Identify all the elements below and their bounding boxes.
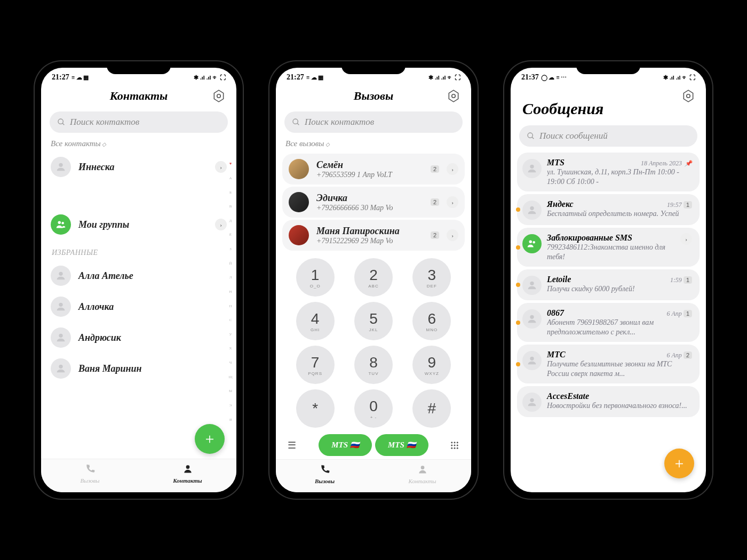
svg-point-2 (58, 119, 63, 124)
bottom-tabs: Вызовы Контакты (276, 459, 471, 492)
alpha-scrollbar[interactable]: ♥АБВДЁЗЙЛНПСУХЧЩЫЭЯ (227, 157, 234, 427)
svg-point-25 (420, 466, 424, 469)
home-indicator[interactable] (107, 493, 171, 495)
avatar-icon (522, 393, 542, 412)
search-input[interactable]: Поиск сообщений (519, 125, 697, 147)
tab-calls[interactable]: Вызовы (276, 460, 374, 492)
call-row[interactable]: Семён+796553599 1 Апр VoLT 2 › (282, 154, 465, 185)
search-input[interactable]: Поиск контактов (50, 111, 228, 133)
avatar-icon (51, 297, 71, 317)
dialkey-8[interactable]: 8TUV (354, 346, 393, 384)
avatar-icon (51, 327, 71, 348)
tab-contacts[interactable]: Контакты (374, 460, 471, 492)
home-indicator[interactable] (341, 493, 406, 495)
svg-point-5 (58, 221, 61, 225)
svg-point-18 (457, 442, 458, 443)
dialkey-7[interactable]: 7PQRS (296, 346, 335, 384)
sim2-button[interactable]: MTS🇷🇺 (375, 434, 428, 456)
contact-row[interactable]: Андрюсик (41, 322, 236, 353)
filter-dropdown[interactable]: Все контакты (41, 136, 236, 151)
settings-icon[interactable] (681, 89, 695, 103)
dialkey-3[interactable]: 3DEF (412, 258, 451, 297)
bottom-tabs: Вызовы Контакты (41, 459, 236, 492)
svg-marker-12 (449, 90, 458, 102)
favorites-header: ИЗБРАННЫЕ (41, 240, 236, 260)
avatar-icon (522, 234, 542, 253)
message-row[interactable]: Letoile1:59 1Получи скидку 6000 рублей! (517, 269, 700, 300)
message-row[interactable]: Яндекс19:57 1Бесплатный определитель ном… (517, 194, 700, 225)
message-row[interactable]: AccesEstate Новостройки без первоначальн… (517, 386, 700, 417)
svg-marker-26 (684, 90, 693, 102)
add-contact-fab[interactable]: + (195, 424, 225, 454)
svg-point-37 (530, 398, 534, 402)
svg-point-32 (529, 241, 533, 244)
header: Контакты (41, 84, 236, 108)
avatar-icon (289, 159, 309, 179)
svg-point-33 (533, 241, 535, 244)
dialkey-0[interactable]: 0+ - (354, 389, 393, 428)
page-title: Сообщения (511, 84, 706, 122)
dialpad: 1O_O2ABC3DEF4GHI5JKL6MNO7PQRS8TUV9WXYZ*0… (276, 253, 471, 431)
svg-point-20 (454, 444, 456, 446)
messages-list: MTS18 Апрель 2023 📌ул. Тушинская, д.11, … (511, 150, 706, 492)
dialkey-1[interactable]: 1O_O (296, 258, 335, 297)
sim1-button[interactable]: MTS🇷🇺 (319, 434, 372, 456)
count-badge: 1 (684, 310, 692, 317)
contact-row[interactable]: Ваня Маринин (41, 353, 236, 384)
message-row[interactable]: МТС6 Апр 2Получите безлимитные звонки на… (517, 345, 700, 383)
search-input[interactable]: Поиск контактов (284, 111, 463, 133)
contact-row[interactable]: Аллочка (41, 291, 236, 322)
chevron-right-icon[interactable]: › (680, 233, 692, 245)
chevron-right-icon[interactable]: › (447, 229, 458, 241)
message-row[interactable]: 08676 Апр 1Абонент 79691988267 звонил ва… (517, 303, 700, 342)
tab-calls[interactable]: Вызовы (41, 459, 139, 492)
svg-point-9 (59, 334, 62, 338)
dialkey-6[interactable]: 6MNO (412, 302, 451, 340)
chevron-right-icon[interactable]: › (447, 163, 458, 175)
menu-icon[interactable]: ☰ (288, 439, 296, 451)
phone-calls: 21:27≡ ☁ ▦ ✱ .ıl .ıl ᯤ ⛶ Вызовы Поиск ко… (269, 61, 478, 499)
contact-row[interactable]: Иннеска › (41, 151, 236, 182)
avatar-icon (522, 351, 542, 370)
svg-point-6 (61, 222, 64, 225)
svg-point-7 (59, 272, 62, 276)
avatar-icon (522, 276, 542, 295)
svg-point-23 (454, 447, 456, 449)
svg-point-31 (530, 206, 534, 210)
chevron-right-icon[interactable]: › (447, 196, 458, 208)
settings-icon[interactable] (212, 89, 226, 103)
pin-icon: 📌 (685, 160, 692, 166)
chevron-right-icon[interactable]: › (215, 219, 227, 230)
dialkey-2[interactable]: 2ABC (354, 258, 393, 297)
chevron-right-icon[interactable]: › (215, 161, 227, 173)
dialkey-9[interactable]: 9WXYZ (412, 346, 451, 384)
dialkey-*[interactable]: * (296, 389, 335, 428)
unread-dot (516, 283, 520, 287)
call-row[interactable]: Маня Папироскина+7915222969 29 Мар Vo 2 … (282, 220, 465, 251)
home-indicator[interactable] (576, 493, 640, 495)
message-row[interactable]: MTS18 Апрель 2023 📌ул. Тушинская, д.11, … (517, 153, 700, 191)
svg-point-34 (530, 282, 534, 285)
svg-point-11 (186, 465, 189, 469)
phone-messages: 21:37◯ ☁ ≡ ⋯ ✱ .ıl .ıl ᯤ ⛶ Сообщения Пои… (504, 61, 712, 499)
dialkey-5[interactable]: 5JKL (354, 302, 393, 340)
groups-row[interactable]: Мои группы › (41, 209, 236, 240)
dialpad-toggle-icon[interactable] (450, 441, 459, 450)
dialkey-#[interactable]: # (412, 389, 451, 428)
call-row[interactable]: Эдичка+7926666666 30 Мар Vo 2 › (282, 187, 465, 218)
filter-dropdown[interactable]: Все вызовы (276, 136, 471, 151)
svg-point-36 (530, 357, 534, 361)
svg-point-30 (530, 165, 534, 169)
avatar-icon (51, 157, 71, 177)
avatar-icon (51, 358, 71, 379)
count-badge: 2 (431, 198, 439, 206)
svg-point-19 (451, 444, 452, 446)
dialkey-4[interactable]: 4GHI (296, 302, 335, 340)
compose-fab[interactable]: + (664, 449, 694, 478)
svg-point-22 (451, 447, 452, 449)
settings-icon[interactable] (447, 89, 460, 103)
contact-row[interactable]: Алла Ателье (41, 260, 236, 291)
tab-contacts[interactable]: Контакты (139, 459, 236, 492)
header: Вызовы (276, 84, 471, 108)
message-row[interactable]: Заблокированные SMS 79923486112:Знакомст… (517, 228, 700, 267)
